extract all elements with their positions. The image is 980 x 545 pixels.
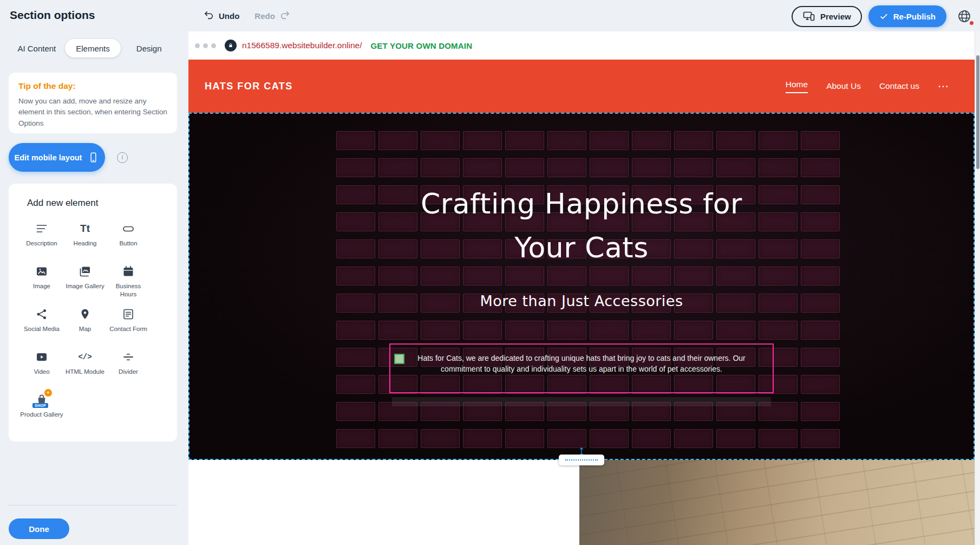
element-button[interactable]: Button bbox=[107, 219, 150, 262]
element-description[interactable]: Description bbox=[20, 219, 63, 262]
wall-tile bbox=[336, 267, 375, 286]
image-gallery-icon bbox=[78, 264, 92, 278]
element-social-media[interactable]: Social Media bbox=[20, 305, 63, 348]
undo-button[interactable]: Undo bbox=[204, 10, 239, 21]
description-icon bbox=[35, 222, 49, 236]
wall-tile bbox=[590, 158, 629, 177]
element-label: Button bbox=[119, 239, 137, 248]
divider-icon bbox=[121, 350, 135, 364]
wall-tile bbox=[336, 321, 375, 340]
notification-dot bbox=[970, 21, 974, 25]
language-button[interactable] bbox=[953, 5, 976, 28]
hero-body-text: Hats for Cats, we are dedicated to craft… bbox=[398, 353, 765, 375]
wall-tile bbox=[547, 429, 586, 448]
republish-button[interactable]: Re-Publish bbox=[868, 5, 946, 27]
tip-body: Now you can add, move and resize any ele… bbox=[18, 96, 167, 129]
nav-home[interactable]: Home bbox=[786, 80, 808, 93]
wall-tile bbox=[463, 429, 502, 448]
element-map[interactable]: Map bbox=[63, 305, 107, 348]
wall-tile bbox=[801, 375, 840, 394]
element-image[interactable]: Image bbox=[20, 262, 63, 305]
premium-badge: + bbox=[44, 389, 52, 397]
window-dot bbox=[195, 43, 200, 48]
republish-label: Re-Publish bbox=[893, 12, 936, 21]
wall-tile bbox=[759, 429, 798, 448]
selected-text-element[interactable]: Hats for Cats, we are dedicated to craft… bbox=[389, 343, 774, 393]
tab-design[interactable]: Design bbox=[121, 39, 177, 57]
edit-mobile-layout-button[interactable]: Edit mobile layout bbox=[9, 143, 105, 172]
wall-tile bbox=[801, 429, 840, 448]
wall-tile bbox=[759, 131, 798, 150]
site-header[interactable]: HATS FOR CATS Home About Us Contact us ⋯ bbox=[188, 60, 975, 113]
topbar-actions: Preview Re-Publish bbox=[792, 5, 976, 28]
element-contact-form[interactable]: Contact Form bbox=[107, 305, 150, 348]
preview-button[interactable]: Preview bbox=[792, 6, 862, 27]
element-heading[interactable]: Tt Heading bbox=[63, 219, 107, 262]
wall-tile bbox=[716, 321, 755, 340]
element-label: Social Media bbox=[24, 325, 60, 333]
nav-more-button[interactable]: ⋯ bbox=[938, 81, 949, 92]
site-nav: Home About Us Contact us ⋯ bbox=[786, 60, 949, 113]
canvas-scrollbar[interactable] bbox=[975, 31, 980, 545]
wall-tile bbox=[336, 131, 375, 150]
wall-tile bbox=[378, 158, 417, 177]
wall-tile bbox=[421, 131, 460, 150]
element-label: HTML Module bbox=[66, 368, 104, 376]
section-resize-handle[interactable] bbox=[559, 447, 604, 465]
hero-section[interactable]: Crafting Happiness for Your Cats More th… bbox=[188, 113, 975, 460]
wall-tile bbox=[505, 321, 544, 340]
wall-tile bbox=[336, 348, 375, 367]
redo-icon bbox=[279, 10, 290, 21]
html-code-icon: </> bbox=[78, 350, 92, 364]
wall-tile bbox=[505, 158, 544, 177]
get-domain-link[interactable]: GET YOUR OWN DOMAIN bbox=[370, 41, 472, 50]
topbar: Section options Undo Redo Preview bbox=[0, 0, 980, 31]
wall-tile bbox=[421, 321, 460, 340]
wall-tile bbox=[801, 158, 840, 177]
wall-tile bbox=[421, 267, 460, 286]
tab-ai-content[interactable]: AI Content bbox=[9, 39, 65, 57]
element-divider[interactable]: Divider bbox=[107, 348, 150, 391]
nav-contact-us[interactable]: Contact us bbox=[879, 81, 919, 91]
wall-tile bbox=[801, 185, 840, 204]
scrollbar-thumb[interactable] bbox=[976, 55, 979, 169]
redo-button[interactable]: Redo bbox=[254, 10, 290, 21]
wall-tile bbox=[336, 212, 375, 231]
tab-elements[interactable]: Elements bbox=[65, 39, 121, 57]
wall-tile bbox=[547, 267, 586, 286]
element-business-hours[interactable]: Business Hours bbox=[107, 262, 150, 305]
check-icon bbox=[879, 12, 888, 21]
wall-tile bbox=[505, 429, 544, 448]
product-gallery-icon: SHOP + bbox=[35, 393, 49, 407]
element-video[interactable]: Video bbox=[20, 348, 63, 391]
video-icon bbox=[35, 350, 49, 364]
wall-tile bbox=[378, 131, 417, 150]
element-product-gallery[interactable]: SHOP + Product Gallery bbox=[20, 391, 63, 433]
site-logo[interactable]: HATS FOR CATS bbox=[205, 81, 293, 92]
wall-tile bbox=[716, 429, 755, 448]
wall-tile bbox=[463, 267, 502, 286]
next-section-blank bbox=[188, 460, 579, 545]
wall-tile bbox=[590, 267, 629, 286]
wall-tile bbox=[463, 321, 502, 340]
info-icon[interactable]: i bbox=[117, 152, 128, 163]
element-drag-handle[interactable] bbox=[394, 354, 404, 364]
done-button[interactable]: Done bbox=[9, 518, 69, 539]
pavement-photo bbox=[579, 460, 975, 545]
wall-tile bbox=[463, 131, 502, 150]
element-label: Business Hours bbox=[107, 282, 150, 299]
wall-tile bbox=[336, 185, 375, 204]
hero-heading[interactable]: Crafting Happiness for Your Cats bbox=[392, 182, 771, 269]
phone-icon bbox=[88, 152, 99, 163]
element-html-module[interactable]: </> HTML Module bbox=[63, 348, 107, 391]
wall-tile bbox=[336, 375, 375, 394]
wall-tile bbox=[801, 212, 840, 231]
site-url[interactable]: n1566589.websitebuilder.online/ bbox=[242, 41, 362, 50]
nav-about-us[interactable]: About Us bbox=[826, 81, 861, 91]
browser-chrome: n1566589.websitebuilder.online/ GET YOUR… bbox=[188, 31, 980, 60]
wall-tile bbox=[801, 131, 840, 150]
hero-subheading[interactable]: More than Just Accessories bbox=[190, 293, 974, 309]
element-image-gallery[interactable]: Image Gallery bbox=[63, 262, 107, 305]
window-dot bbox=[203, 43, 208, 48]
redo-label: Redo bbox=[254, 11, 275, 21]
